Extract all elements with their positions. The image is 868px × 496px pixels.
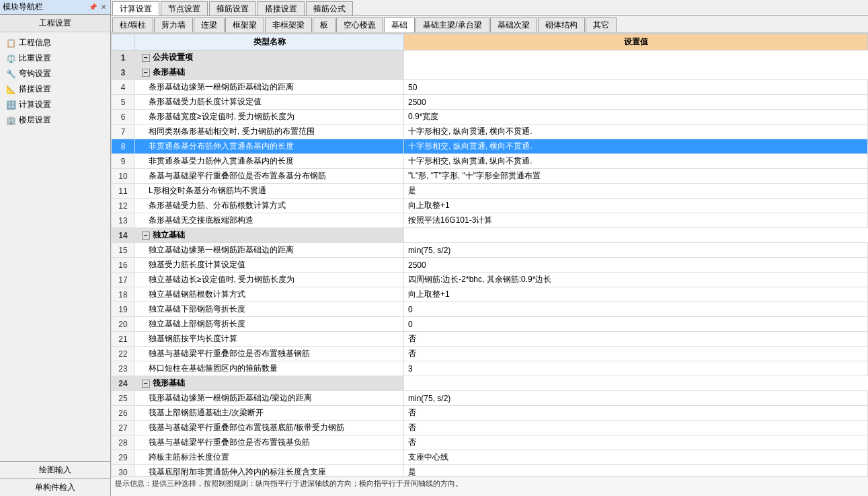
row-value[interactable]: 是: [404, 184, 868, 199]
row-value[interactable]: "L"形, "T"字形, "十"字形全部贯通布置: [404, 169, 868, 184]
table-row[interactable]: 18 独立基础钢筋根数计算方式 向上取整+1: [112, 287, 868, 302]
row-value[interactable]: 50: [404, 80, 868, 95]
table-row[interactable]: 19 独立基础下部钢筋弯折长度 0: [112, 302, 868, 317]
table-row: 1 −公共设置项: [112, 50, 868, 65]
tab-stirrup-formula[interactable]: 箍筋公式: [306, 1, 353, 15]
table-row[interactable]: 6 条形基础宽度≥设定值时, 受力钢筋长度为 0.9*宽度: [112, 110, 868, 125]
table-row[interactable]: 9 非贯通条基受力筋伸入贯通条基内的长度 十字形相交, 纵向贯通, 纵向不贯通.: [112, 154, 868, 169]
row-value[interactable]: 是: [404, 465, 868, 476]
row-name: 筏基与基础梁平行重叠部位是否布置筏基负筋: [135, 435, 404, 450]
sidebar-item-icon-floor: 🏢: [5, 115, 16, 126]
row-value[interactable]: 2500: [404, 95, 868, 110]
table-row[interactable]: 11 L形相交时条基分布钢筋均不贯通 是: [112, 184, 868, 199]
row-value[interactable]: 向上取整+1: [404, 287, 868, 302]
row-value[interactable]: 3: [404, 361, 868, 376]
table-row[interactable]: 7 相同类别条形基础相交时, 受力钢筋的布置范围 十字形相交, 纵向贯通, 横向…: [112, 125, 868, 139]
table-row[interactable]: 17 独立基础边长≥设定值时, 受力钢筋长度为 四周钢筋:边长-2*bhc, 其…: [112, 273, 868, 287]
row-value[interactable]: 十字形相交, 纵向贯通, 纵向不贯通.: [404, 154, 868, 169]
row-value[interactable]: min(75, s/2): [404, 243, 868, 258]
table-row[interactable]: 22 独基与基础梁平行重叠部位是否布置独基钢筋 否: [112, 347, 868, 361]
row-name: 独立基础上部钢筋弯折长度: [135, 317, 404, 332]
row-num: 8: [112, 139, 135, 154]
sub-tab-foundation-main[interactable]: 基础主梁/承台梁: [416, 17, 489, 32]
sidebar-header-icons: 📌 ✕: [87, 3, 108, 11]
section-label[interactable]: −公共设置项: [135, 50, 404, 65]
expand-icon[interactable]: −: [142, 380, 150, 388]
row-value[interactable]: 否: [404, 347, 868, 361]
expand-icon[interactable]: −: [142, 69, 150, 77]
row-value[interactable]: min(75, s/2): [404, 391, 868, 406]
tab-stirrup-settings[interactable]: 箍筋设置: [209, 1, 256, 15]
sidebar-bottom1[interactable]: 绘图输入: [0, 461, 110, 479]
row-value[interactable]: 0: [404, 317, 868, 332]
row-value[interactable]: 否: [404, 332, 868, 347]
table-row[interactable]: 16 独基受力筋长度计算设定值 2500: [112, 258, 868, 273]
sub-tab-non-frame-beam[interactable]: 非框架梁: [265, 17, 312, 32]
row-value[interactable]: 十字形相交, 纵向贯通, 横向不贯通.: [404, 139, 868, 154]
row-value[interactable]: 0.9*宽度: [404, 110, 868, 125]
sub-tab-masonry[interactable]: 砌体结构: [538, 17, 585, 32]
table-row[interactable]: 29 跨板主筋标注长度位置 支座中心线: [112, 450, 868, 465]
sub-tab-slab[interactable]: 板: [313, 17, 336, 32]
row-value[interactable]: 否: [404, 435, 868, 450]
section-label[interactable]: −条形基础: [135, 65, 404, 80]
table-row[interactable]: 30 筏基底部附加非贯通筋伸入跨内的标注长度含支座 是: [112, 465, 868, 476]
sidebar-item-calc[interactable]: 🔢计算设置: [1, 97, 109, 112]
row-num: 30: [112, 465, 135, 476]
tab-connect-settings[interactable]: 搭接设置: [258, 1, 305, 15]
row-value[interactable]: 支座中心线: [404, 450, 868, 465]
row-value[interactable]: 十字形相交, 纵向贯通, 横向不贯通.: [404, 125, 868, 139]
sidebar-item-project-info[interactable]: 📋工程信息: [1, 35, 109, 50]
table-row[interactable]: 23 杯口短柱在基础箍固区内的箍筋数量 3: [112, 361, 868, 376]
expand-icon[interactable]: −: [142, 232, 150, 240]
table-row[interactable]: 26 筏基上部钢筋通基础主/次梁断开 否: [112, 406, 868, 421]
tab-calc-settings[interactable]: 计算设置: [112, 1, 159, 15]
col-header-name: 类型名称: [135, 34, 404, 50]
close-icon[interactable]: ✕: [100, 3, 108, 11]
table-row[interactable]: 13 条形基础无交接底板端部构造 按照平法16G101-3计算: [112, 213, 868, 228]
sidebar-item-floor[interactable]: 🏢楼层设置: [1, 112, 109, 128]
table-row[interactable]: 27 筏基与基础梁平行重叠部位布置筏基底筋/板带受力钢筋 否: [112, 421, 868, 435]
expand-icon[interactable]: −: [142, 54, 150, 62]
sub-tab-foundation-sub[interactable]: 基础次梁: [490, 17, 537, 32]
section-label[interactable]: −筏形基础: [135, 376, 404, 391]
row-num: 9: [112, 154, 135, 169]
row-name: 杯口短柱在基础箍固区内的箍筋数量: [135, 361, 404, 376]
row-value[interactable]: 0: [404, 302, 868, 317]
row-value[interactable]: 2500: [404, 258, 868, 273]
sub-tab-shear-wall[interactable]: 剪力墙: [154, 17, 193, 32]
row-num: 28: [112, 435, 135, 450]
sidebar-item-anchor[interactable]: 📐搭接设置: [1, 81, 109, 97]
tab-node-settings[interactable]: 节点设置: [161, 1, 208, 15]
pin-icon[interactable]: 📌: [87, 3, 98, 11]
row-value[interactable]: 按照平法16G101-3计算: [404, 213, 868, 228]
row-value[interactable]: 否: [404, 421, 868, 435]
sub-tab-beam[interactable]: 连梁: [194, 17, 225, 32]
row-value[interactable]: 向上取整+1: [404, 199, 868, 213]
section-label[interactable]: −独立基础: [135, 228, 404, 243]
table-row[interactable]: 4 条形基础边缘第一根钢筋距基础边的距离 50: [112, 80, 868, 95]
project-title: 工程设置: [0, 15, 110, 32]
table-row[interactable]: 8 非贯通条基分布筋伸入贯通条基内的长度 十字形相交, 纵向贯通, 横向不贯通.: [112, 139, 868, 154]
row-name: 筏形基础边缘第一根钢筋距基础边/梁边的距离: [135, 391, 404, 406]
sub-tab-col-wall[interactable]: 柱/墙柱: [112, 17, 153, 32]
table-row[interactable]: 10 条基与基础梁平行重叠部位是否布置条基分布钢筋 "L"形, "T"字形, "…: [112, 169, 868, 184]
row-name: 独基钢筋按平均长度计算: [135, 332, 404, 347]
table-row[interactable]: 5 条形基础受力筋长度计算设定值 2500: [112, 95, 868, 110]
table-row[interactable]: 25 筏形基础边缘第一根钢筋距基础边/梁边的距离 min(75, s/2): [112, 391, 868, 406]
sub-tab-other[interactable]: 其它: [586, 17, 617, 32]
table-row[interactable]: 12 条形基础受力筋、分布筋根数计算方式 向上取整+1: [112, 199, 868, 213]
row-value[interactable]: 四周钢筋:边长-2*bhc, 其余钢筋:0.9*边长: [404, 273, 868, 287]
sidebar-bottom2[interactable]: 单构件检入: [0, 479, 110, 496]
sub-tab-foundation[interactable]: 基础: [384, 17, 415, 32]
table-row[interactable]: 21 独基钢筋按平均长度计算 否: [112, 332, 868, 347]
sidebar-item-compare-weight[interactable]: ⚖️比重设置: [1, 50, 109, 66]
table-row[interactable]: 28 筏基与基础梁平行重叠部位是否布置筏基负筋 否: [112, 435, 868, 450]
sidebar-item-bent[interactable]: 🔧弯钩设置: [1, 66, 109, 81]
table-row[interactable]: 15 独立基础边缘第一根钢筋距基础边的距离 min(75, s/2): [112, 243, 868, 258]
row-num: 10: [112, 169, 135, 184]
sub-tab-frame-beam[interactable]: 框架梁: [225, 17, 264, 32]
table-row[interactable]: 20 独立基础上部钢筋弯折长度 0: [112, 317, 868, 332]
sub-tab-hollow-slab[interactable]: 空心楼盖: [336, 17, 383, 32]
row-value[interactable]: 否: [404, 406, 868, 421]
